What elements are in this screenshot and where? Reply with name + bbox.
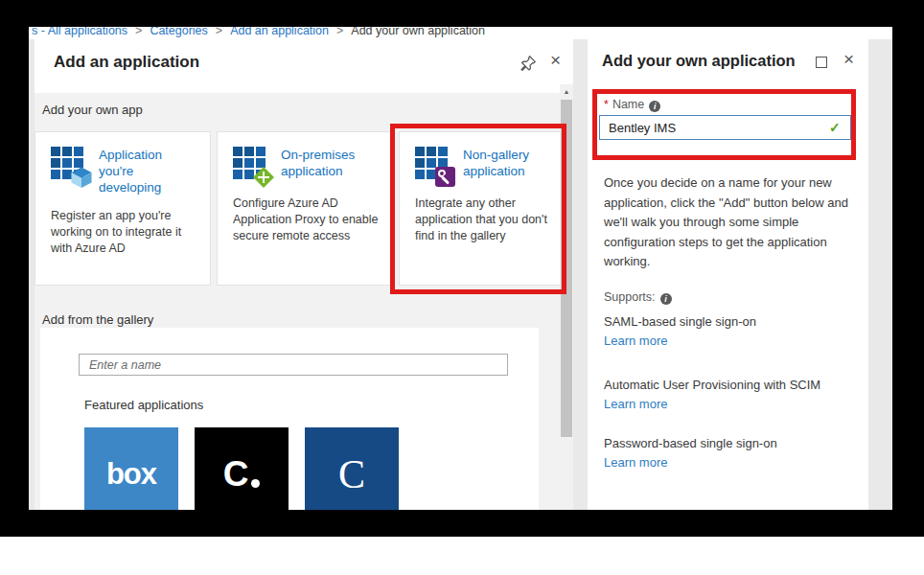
breadcrumb-separator: >: [336, 27, 343, 38]
learn-more-link[interactable]: Learn more: [604, 395, 820, 414]
featured-app-cornerstone[interactable]: C: [305, 427, 399, 521]
tile-description: Register an app you're working on to int…: [51, 208, 196, 257]
pin-icon[interactable]: [520, 55, 537, 72]
supports-label-text: Supports:: [604, 290, 656, 304]
close-icon[interactable]: ×: [843, 49, 854, 70]
supports-label: Supports:i: [604, 290, 672, 305]
highlight-non-gallery-application: [390, 124, 566, 294]
tile-on-premises-application[interactable]: On-premises application Configure Azure …: [217, 131, 392, 286]
learn-more-link[interactable]: Learn more: [604, 453, 777, 472]
tile-application-you-are-developing[interactable]: Application you're developing Register a…: [35, 131, 211, 286]
frame-border-top: [0, 0, 924, 27]
breadcrumb-add-an-application[interactable]: Add an application: [230, 27, 329, 38]
featured-app-concur[interactable]: C: [195, 427, 289, 521]
screenshot-frame: s - All applications > Categories > Add …: [0, 0, 924, 575]
frame-border-bottom: [0, 510, 924, 537]
support-item-scim: Automatic User Provisioning with SCIM Le…: [604, 376, 820, 414]
blade-title: Add an application: [54, 53, 199, 72]
breadcrumb-separator: >: [135, 27, 142, 38]
gallery-panel: Featured applications box C C: [40, 328, 539, 524]
azure-portal-content: s - All applications > Categories > Add …: [29, 27, 892, 510]
breadcrumb-separator: >: [216, 27, 222, 38]
cornerstone-logo: C: [338, 451, 365, 497]
cube-icon: [71, 167, 92, 188]
proxy-arrows-icon: [253, 167, 274, 188]
app-grid-icon: [233, 147, 269, 183]
gallery-search-input[interactable]: [79, 354, 508, 376]
app-grid-icon: [51, 147, 87, 183]
section-label-add-your-own-app: Add your own app: [42, 103, 143, 117]
featured-applications-row: box C C: [84, 427, 399, 521]
featured-applications-label: Featured applications: [84, 398, 203, 412]
support-item-saml: SAML-based single sign-on Learn more: [604, 312, 756, 351]
breadcrumb-current-page: Add your own application: [351, 27, 485, 38]
concur-logo-dot: [251, 479, 260, 488]
section-label-add-from-gallery: Add from the gallery: [42, 312, 153, 327]
support-item-name: Automatic User Provisioning with SCIM: [604, 376, 820, 395]
tile-title[interactable]: On-premises application: [281, 147, 376, 183]
concur-logo: C: [223, 454, 249, 494]
info-icon[interactable]: i: [660, 293, 672, 305]
support-item-password: Password-based single sign-on Learn more: [604, 434, 777, 472]
scroll-up-icon[interactable]: ▲: [560, 84, 573, 99]
breadcrumb-categories[interactable]: Categories: [150, 27, 207, 38]
learn-more-link[interactable]: Learn more: [604, 332, 756, 351]
blade-header: Add an application ×: [35, 38, 573, 93]
support-item-name: SAML-based single sign-on: [604, 312, 756, 332]
support-item-name: Password-based single sign-on: [604, 434, 777, 453]
maximize-icon[interactable]: [816, 57, 827, 68]
featured-app-box[interactable]: box: [84, 427, 178, 521]
blade-description: Once you decide on a name for your new a…: [604, 173, 855, 272]
frame-border-left: [0, 0, 29, 537]
tile-title[interactable]: Application you're developing: [99, 147, 195, 196]
breadcrumb-all-applications[interactable]: s - All applications: [32, 27, 127, 38]
tile-description: Configure Azure AD Application Proxy to …: [233, 196, 379, 244]
highlight-name-field: [592, 89, 856, 160]
box-logo: box: [106, 457, 156, 492]
close-icon[interactable]: ×: [550, 50, 561, 71]
blade-title: Add your own application: [602, 52, 796, 70]
frame-border-right: [892, 0, 924, 537]
